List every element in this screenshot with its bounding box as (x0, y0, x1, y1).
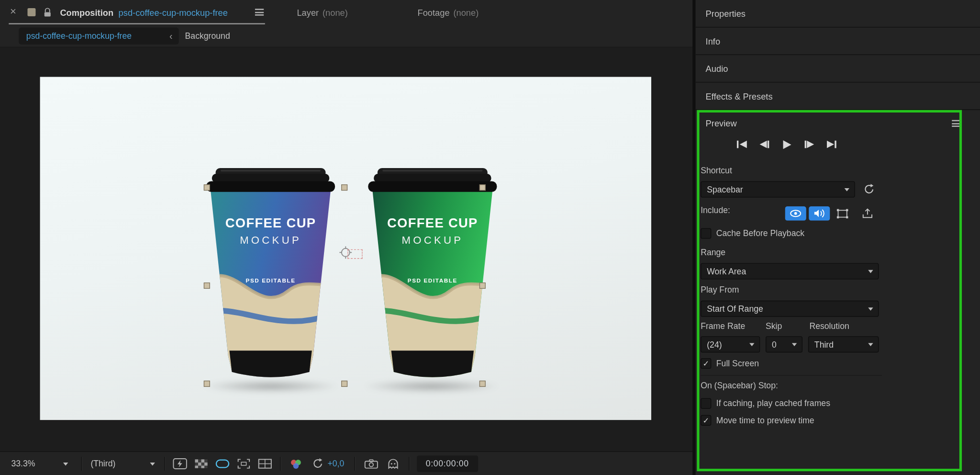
selection-handle[interactable] (341, 381, 347, 387)
if-caching-checkbox[interactable] (701, 398, 711, 408)
reset-shortcut-icon[interactable] (863, 183, 875, 195)
composition-panel-menu-icon[interactable] (255, 9, 264, 15)
play-button[interactable] (780, 139, 794, 150)
magnification-dropdown[interactable]: 33.3% (11, 456, 71, 471)
preview-resolution-dropdown[interactable]: Third (808, 336, 879, 352)
exposure-offset-value[interactable]: +0,0 (327, 459, 344, 468)
skip-dropdown[interactable]: 0 (766, 336, 802, 352)
footage-tab-value: (none) (453, 8, 479, 18)
show-snapshot-icon[interactable] (386, 458, 400, 469)
selection-handle[interactable] (479, 381, 486, 387)
magnification-value: 33.3% (11, 459, 35, 468)
panel-tab-audio[interactable]: Audio (696, 55, 980, 82)
composition-canvas[interactable]: COFFEE CUP MOCKUP PSD EDITABLE (40, 77, 651, 420)
checkmark: ✓ (702, 359, 709, 368)
move-time-label: Move time to preview time (716, 415, 814, 425)
selection-handle[interactable] (341, 184, 347, 191)
breadcrumb-comp-chip[interactable]: psd-coffee-cup-mockup-free ‹ (19, 27, 178, 44)
selection-handle[interactable] (479, 184, 486, 191)
preview-resolution-value: Third (814, 339, 834, 349)
panel-group-icon (27, 8, 35, 16)
timecode-field[interactable]: 0:00:00:00 (417, 455, 478, 472)
region-of-interest-icon[interactable] (237, 458, 251, 469)
shortcut-dropdown[interactable]: Spacebar (701, 181, 855, 198)
divider (165, 456, 165, 470)
cache-before-playback-checkbox[interactable] (701, 228, 711, 238)
channel-color-icon[interactable] (288, 457, 303, 470)
composition-panel: × Composition psd-coffee-cup-mockup-free… (0, 0, 692, 475)
panel-tab-effects-presets[interactable]: Effects & Presets (696, 82, 980, 110)
preview-panel-title: Preview (706, 118, 737, 128)
previous-frame-button[interactable] (757, 139, 772, 150)
selection-handle[interactable] (204, 184, 210, 191)
include-overlays-icon[interactable] (835, 208, 849, 219)
tab-layer[interactable]: Layer (none) (297, 0, 347, 25)
shortcut-label: Shortcut (701, 166, 732, 175)
active-tab-underline (9, 23, 265, 24)
tab-composition[interactable]: Composition psd-coffee-cup-mockup-free (60, 0, 228, 25)
coffee-cup-left[interactable]: COFFEE CUP MOCKUP PSD EDITABLE (197, 168, 344, 389)
panel-tab-info[interactable]: Info (696, 27, 980, 55)
selection-handle[interactable] (204, 381, 210, 387)
timecode-value: 0:00:00:00 (426, 459, 469, 468)
composition-viewer[interactable]: COFFEE CUP MOCKUP PSD EDITABLE (0, 47, 692, 452)
preview-panel: Preview Shortcut (696, 110, 980, 475)
next-frame-button[interactable] (801, 139, 816, 150)
last-frame-button[interactable] (823, 139, 838, 150)
mask-visibility-icon[interactable] (215, 458, 230, 469)
include-video-eye-icon[interactable] (785, 206, 806, 221)
cup-badge: PSD EDITABLE (408, 277, 457, 283)
layer-center-marker (347, 249, 362, 259)
play-from-label: Play From (701, 285, 739, 294)
play-from-value: Start Of Range (707, 304, 763, 314)
range-dropdown[interactable]: Work Area (701, 263, 879, 280)
snapshot-camera-icon[interactable] (364, 458, 379, 469)
resolution-value: (Third) (90, 459, 115, 468)
right-panel-dock: Properties Info Audio Effects & Presets … (696, 0, 980, 475)
breadcrumb-comp-name: psd-coffee-cup-mockup-free (26, 31, 132, 41)
chevron-down-icon (868, 307, 873, 311)
fast-previews-icon[interactable] (172, 457, 187, 470)
cup-subtitle: MOCKUP (240, 234, 301, 246)
frame-rate-dropdown[interactable]: (24) (701, 336, 760, 352)
divider (81, 456, 82, 470)
selection-handle[interactable] (479, 283, 486, 289)
frame-rate-label: Frame Rate (701, 321, 745, 331)
first-frame-button[interactable] (735, 139, 750, 150)
panel-tab-bar: × Composition psd-coffee-cup-mockup-free… (0, 0, 692, 25)
panel-tab-label: Properties (706, 9, 746, 19)
cup-badge: PSD EDITABLE (245, 277, 295, 283)
chevron-left-icon: ‹ (169, 31, 173, 41)
footage-tab-label: Footage (417, 8, 449, 18)
coffee-cup-right[interactable]: COFFEE CUP MOCKUP PSD EDITABLE (359, 168, 506, 389)
move-time-row: ✓ Move time to preview time (701, 414, 814, 425)
export-icon[interactable] (861, 207, 874, 219)
range-label: Range (701, 248, 725, 257)
transparency-grid-icon[interactable] (194, 458, 208, 468)
include-audio-speaker-icon[interactable] (809, 206, 830, 221)
grid-guides-icon[interactable] (257, 458, 272, 469)
preview-panel-menu-icon[interactable] (952, 120, 960, 127)
reset-exposure-icon[interactable] (312, 457, 324, 469)
divider (701, 375, 882, 375)
move-time-checkbox[interactable]: ✓ (701, 415, 711, 425)
full-screen-label: Full Screen (716, 359, 759, 368)
panel-tab-properties[interactable]: Properties (696, 0, 980, 27)
checkmark: ✓ (702, 415, 709, 425)
on-stop-label: On (Spacebar) Stop: (701, 381, 778, 390)
layer-tab-value: (none) (323, 8, 348, 18)
divider (354, 456, 355, 470)
chevron-down-icon (749, 343, 754, 347)
chevron-down-icon (868, 270, 873, 273)
range-value: Work Area (707, 267, 746, 276)
chevron-down-icon (868, 343, 873, 347)
play-from-dropdown[interactable]: Start Of Range (701, 301, 879, 317)
full-screen-checkbox[interactable]: ✓ (701, 358, 711, 368)
tab-footage[interactable]: Footage (none) (417, 0, 479, 25)
lock-icon[interactable] (44, 8, 51, 18)
full-screen-row: ✓ Full Screen (701, 358, 759, 369)
selection-handle[interactable] (204, 283, 210, 289)
resolution-dropdown[interactable]: (Third) (90, 456, 158, 471)
close-icon[interactable]: × (10, 0, 16, 25)
skip-label: Skip (766, 321, 782, 331)
